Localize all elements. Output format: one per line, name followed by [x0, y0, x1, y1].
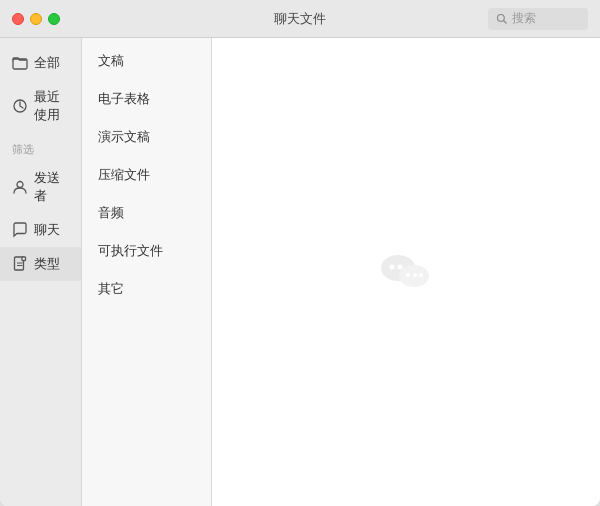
category-audio[interactable]: 音频 — [82, 194, 211, 232]
svg-point-11 — [390, 265, 395, 270]
content-area — [212, 38, 600, 506]
sidebar-item-type-label: 类型 — [34, 255, 60, 273]
search-placeholder: 搜索 — [512, 10, 536, 27]
category-panel: 文稿 电子表格 演示文稿 压缩文件 音频 可执行文件 其它 — [82, 38, 212, 506]
category-other[interactable]: 其它 — [82, 270, 211, 308]
close-button[interactable] — [12, 13, 24, 25]
svg-point-13 — [406, 273, 410, 277]
doc-icon — [12, 256, 28, 272]
sidebar-item-recent-label: 最近使用 — [34, 88, 69, 124]
sidebar-item-sender-label: 发送者 — [34, 169, 69, 205]
sidebar: 全部 最近使用 筛选 — [0, 38, 82, 506]
sidebar-item-all-label: 全部 — [34, 54, 60, 72]
svg-point-4 — [17, 182, 23, 188]
clock-icon — [12, 98, 28, 114]
search-box[interactable]: 搜索 — [488, 8, 588, 30]
wechat-logo — [376, 242, 436, 302]
svg-point-15 — [419, 273, 423, 277]
minimize-button[interactable] — [30, 13, 42, 25]
sidebar-item-all[interactable]: 全部 — [0, 46, 81, 80]
sidebar-item-chat[interactable]: 聊天 — [0, 213, 81, 247]
sidebar-item-sender[interactable]: 发送者 — [0, 161, 81, 213]
traffic-lights — [12, 13, 60, 25]
chat-icon — [12, 222, 28, 238]
titlebar: 聊天文件 搜索 — [0, 0, 600, 38]
sidebar-item-chat-label: 聊天 — [34, 221, 60, 239]
category-presentation[interactable]: 演示文稿 — [82, 118, 211, 156]
window: 聊天文件 搜索 全部 — [0, 0, 600, 506]
sidebar-item-recent[interactable]: 最近使用 — [0, 80, 81, 132]
category-doc[interactable]: 文稿 — [82, 42, 211, 80]
svg-line-1 — [504, 20, 507, 23]
maximize-button[interactable] — [48, 13, 60, 25]
folder-icon — [12, 55, 28, 71]
person-icon — [12, 179, 28, 195]
filter-label: 筛选 — [0, 132, 81, 161]
svg-point-14 — [413, 273, 417, 277]
category-spreadsheet[interactable]: 电子表格 — [82, 80, 211, 118]
window-title: 聊天文件 — [274, 10, 326, 28]
svg-point-12 — [398, 265, 403, 270]
search-icon — [496, 13, 508, 25]
sidebar-item-type[interactable]: 类型 — [0, 247, 81, 281]
category-archive[interactable]: 压缩文件 — [82, 156, 211, 194]
svg-point-0 — [498, 14, 505, 21]
svg-rect-6 — [22, 257, 26, 261]
main-content: 全部 最近使用 筛选 — [0, 38, 600, 506]
category-executable[interactable]: 可执行文件 — [82, 232, 211, 270]
